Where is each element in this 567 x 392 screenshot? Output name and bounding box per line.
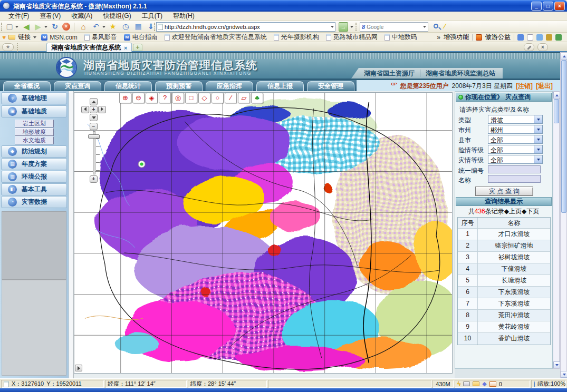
table-row[interactable]: 7下东溪滑坡: [458, 298, 550, 310]
query-submit-button[interactable]: 灾 点 查 询: [475, 187, 533, 196]
table-row[interactable]: 3衫树垅滑坡: [458, 252, 550, 263]
table-row[interactable]: 10香炉山滑坡: [458, 333, 550, 345]
tab-active[interactable]: 湖南省地质灾害信息系统 ×: [46, 43, 132, 52]
sidebar-item-basic-tools[interactable]: ◧ 基本工具: [1, 183, 67, 195]
more-links-icon[interactable]: »: [437, 34, 440, 41]
scroll-down-button[interactable]: [553, 361, 560, 368]
stats-icon[interactable]: [555, 34, 562, 41]
name-input[interactable]: [488, 175, 541, 183]
menu-groups[interactable]: 快捷组(G): [98, 11, 136, 21]
url-dropdown-icon[interactable]: [331, 26, 334, 28]
link-photo[interactable]: 光年摄影机构: [272, 33, 321, 42]
panel-scrollbar[interactable]: [553, 91, 560, 369]
link-baofeng[interactable]: 暴风影音: [82, 33, 119, 42]
messenger-icon[interactable]: [517, 34, 524, 41]
unified-id-input[interactable]: [488, 165, 541, 173]
search-engine-icon[interactable]: 8: [362, 24, 365, 30]
map-select-rect-button[interactable]: □: [185, 93, 197, 103]
county-select[interactable]: 全部: [488, 135, 543, 144]
new-page-caret-icon[interactable]: [15, 26, 18, 28]
table-row[interactable]: 9黄花岭滑坡: [458, 321, 550, 333]
sidebar-item-annual-plan[interactable]: ▤ 年度方案: [1, 158, 67, 170]
zoom-slider-handle[interactable]: [88, 134, 100, 139]
book-icon[interactable]: ◆: [482, 380, 486, 387]
chevron-down-icon[interactable]: [534, 125, 542, 133]
map-draw-line-button[interactable]: ∕: [225, 93, 237, 103]
nav-tab-statistics[interactable]: 信息统计: [104, 81, 152, 91]
sidebar-item-environment-bulletin[interactable]: ▥ 环境公报: [1, 171, 67, 183]
danger-level-select[interactable]: 全部: [488, 145, 543, 154]
menu-favorites[interactable]: 收藏(A): [66, 11, 98, 21]
sidebar-item-basic-geography[interactable]: » 基础地理: [1, 92, 67, 104]
refresh-icon[interactable]: ↻: [50, 22, 60, 32]
nav-tab-emergency[interactable]: 应急指挥: [206, 81, 253, 91]
sidebar-sublayer-hydrogeology[interactable]: 水文地质: [15, 136, 54, 144]
pan-right-button[interactable]: [98, 106, 106, 113]
magic-wand-icon[interactable]: ★: [108, 22, 118, 32]
org-link-land-resources[interactable]: 湖南省国土资源厅: [364, 69, 415, 78]
zoom-minus-button[interactable]: −: [90, 123, 98, 130]
link-panels-icon[interactable]: ▦: [133, 22, 143, 32]
nav-tab-forecast[interactable]: 预测预警: [155, 81, 203, 91]
menu-view[interactable]: 查看(V): [34, 11, 66, 21]
sidebar-item-basic-geology[interactable]: ▣ 基础地质: [1, 105, 67, 117]
pan-up-button[interactable]: [90, 98, 98, 105]
map-zoom-out-button[interactable]: ⊖: [132, 93, 145, 103]
org-link-monitoring-station[interactable]: 湖南省地质环境监测总站: [426, 69, 495, 78]
map-overview-button[interactable]: ♣: [251, 93, 263, 103]
restore-button[interactable]: □: [543, 2, 553, 11]
layers-icon[interactable]: [536, 34, 543, 41]
sidebar-item-prevention-plan[interactable]: ◆ 防治规划: [1, 145, 67, 158]
table-row[interactable]: 1才口水滑坡: [458, 229, 550, 240]
map-measure-button[interactable]: ?: [159, 93, 171, 103]
brush-icon[interactable]: [546, 34, 552, 41]
map-eraser-button[interactable]: ▱: [238, 93, 250, 103]
nav-tab-disaster-query[interactable]: 灾点查询: [54, 81, 101, 91]
pan-center-button[interactable]: +: [90, 106, 98, 113]
search-engine-caret-icon[interactable]: [423, 26, 426, 28]
links-label[interactable]: 链接: [18, 33, 31, 42]
minimize-button[interactable]: _: [531, 2, 542, 11]
scroll-down-button[interactable]: [561, 371, 567, 378]
undo-icon[interactable]: ↶: [91, 22, 101, 32]
prefecture-select[interactable]: 郴州: [488, 125, 543, 134]
menu-help[interactable]: 帮助(H): [168, 11, 200, 21]
forward-icon[interactable]: ▶: [33, 22, 43, 32]
nav-tab-security[interactable]: 安全管理: [307, 81, 354, 91]
tab-close-icon[interactable]: ×: [124, 45, 127, 51]
table-row[interactable]: 2骆宗恒矿滑地: [458, 240, 550, 252]
map-north-arrow-button[interactable]: ◎: [172, 93, 184, 103]
folder-icon[interactable]: [473, 381, 479, 386]
forward-caret-icon[interactable]: [44, 26, 47, 28]
links-folder-icon[interactable]: [8, 35, 15, 40]
geological-map[interactable]: [74, 92, 453, 374]
collapse-panel-button[interactable]: [75, 365, 82, 371]
map-pan-button[interactable]: ◈: [146, 93, 158, 103]
chevron-down-icon[interactable]: [534, 145, 542, 153]
url-input[interactable]: [165, 24, 329, 30]
exit-link[interactable]: [退出]: [536, 82, 553, 91]
link-radio[interactable]: M电台指南: [122, 33, 160, 42]
printer-icon[interactable]: [463, 381, 470, 386]
highlighter-icon[interactable]: ∕: [444, 22, 445, 30]
menu-tools[interactable]: 工具(T): [137, 11, 168, 21]
link-hunan-system[interactable]: 欢迎登陆湖南省地质灾害信息系统: [162, 33, 269, 42]
collector-icon[interactable]: ♥: [2, 34, 6, 41]
sidebar-item-disaster-data[interactable]: ◔ 灾害数据: [1, 196, 67, 208]
zoom-plus-button[interactable]: +: [90, 175, 98, 183]
chevron-down-icon[interactable]: [534, 115, 542, 123]
type-select[interactable]: 滑坡: [488, 115, 543, 124]
chevron-down-icon[interactable]: [534, 135, 542, 143]
search-icon[interactable]: [434, 24, 438, 28]
table-row[interactable]: 8荒田冲滑坡: [458, 310, 550, 321]
stop-icon[interactable]: ×: [62, 23, 70, 31]
menu-file[interactable]: 文件(F): [3, 11, 34, 21]
scroll-up-button[interactable]: [561, 53, 567, 60]
tabbar-close-button[interactable]: ×: [537, 43, 548, 51]
chevron-down-icon[interactable]: [534, 155, 542, 163]
sidebar-sublayer-terrain-slope[interactable]: 地形坡度: [15, 128, 54, 136]
charity-label[interactable]: 傲游公益: [485, 33, 511, 42]
scrollbar-thumb[interactable]: [561, 60, 566, 213]
go-button[interactable]: →: [339, 22, 348, 32]
map-select-polygon-button[interactable]: ◇: [198, 93, 210, 103]
